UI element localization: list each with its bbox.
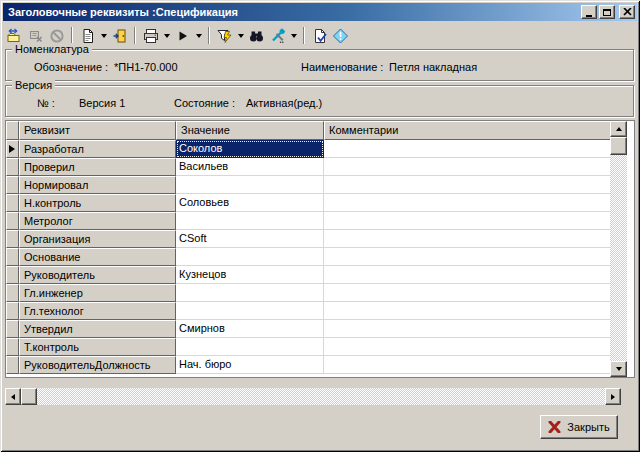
close-button[interactable]: Закрыть bbox=[540, 415, 618, 439]
window-controls bbox=[581, 5, 637, 19]
document-dropdown[interactable] bbox=[98, 25, 109, 46]
titlebar[interactable]: Заголовочные реквизиты :Спецификация bbox=[3, 3, 637, 21]
version-number-value: Версия 1 bbox=[79, 97, 125, 109]
delete-icon bbox=[28, 28, 44, 44]
row-indicator-cell bbox=[6, 266, 19, 284]
attr-cell[interactable]: Гл.инженер bbox=[19, 284, 176, 302]
version-group-label: Версия bbox=[12, 79, 55, 91]
value-cell[interactable] bbox=[176, 284, 324, 302]
comment-cell[interactable] bbox=[324, 212, 611, 230]
find-icon bbox=[248, 28, 265, 44]
comment-cell[interactable] bbox=[324, 266, 611, 284]
version-state-value: Активная(ред.) bbox=[246, 97, 322, 109]
attr-cell[interactable]: РуководительДолжность bbox=[19, 356, 176, 374]
comment-cell[interactable] bbox=[324, 302, 611, 320]
requisites-grid: Реквизит Значение Комментарии Разработал… bbox=[5, 120, 635, 378]
value-cell[interactable]: CSoft bbox=[176, 230, 324, 248]
comment-cell[interactable] bbox=[324, 140, 611, 158]
run-icon bbox=[175, 28, 191, 44]
maximize-button[interactable] bbox=[599, 5, 615, 19]
table-row: Нормировал bbox=[6, 176, 634, 194]
vertical-scroll-thumb[interactable] bbox=[610, 137, 627, 155]
value-cell[interactable] bbox=[176, 302, 324, 320]
attr-cell[interactable]: Гл.технолог bbox=[19, 302, 176, 320]
comment-cell[interactable] bbox=[324, 230, 611, 248]
designation-value: *ПН1-70.000 bbox=[114, 61, 178, 73]
row-indicator-cell bbox=[6, 158, 19, 176]
attr-cell[interactable]: Проверил bbox=[19, 158, 176, 176]
table-row: Основание bbox=[6, 248, 634, 266]
attr-cell[interactable]: Нормировал bbox=[19, 176, 176, 194]
toolbar-separator bbox=[71, 27, 73, 44]
comment-cell[interactable] bbox=[324, 158, 611, 176]
comment-cell[interactable] bbox=[324, 320, 611, 338]
print-button[interactable] bbox=[140, 25, 161, 46]
print-icon bbox=[143, 28, 159, 44]
info-button[interactable] bbox=[330, 25, 351, 46]
verify-button[interactable] bbox=[309, 25, 330, 46]
attr-cell[interactable]: Метролог bbox=[19, 212, 176, 230]
comment-cell[interactable] bbox=[324, 194, 611, 212]
toolbar-separator bbox=[134, 27, 136, 44]
vertical-scroll-track[interactable] bbox=[610, 155, 627, 361]
print-dropdown[interactable] bbox=[161, 25, 172, 46]
close-icon bbox=[623, 8, 632, 16]
red-x-icon bbox=[548, 421, 561, 433]
filter-icon bbox=[216, 28, 233, 44]
comment-cell[interactable] bbox=[324, 176, 611, 194]
tools-dropdown[interactable] bbox=[288, 25, 299, 46]
filter-button[interactable] bbox=[214, 25, 235, 46]
attr-cell[interactable]: Руководитель bbox=[19, 266, 176, 284]
attr-cell[interactable]: Н.контроль bbox=[19, 194, 176, 212]
value-cell[interactable] bbox=[176, 176, 324, 194]
arrow-right-icon bbox=[611, 394, 618, 400]
attr-cell[interactable]: Т.контроль bbox=[19, 338, 176, 356]
horizontal-scroll-thumb[interactable] bbox=[21, 388, 37, 405]
minimize-button[interactable] bbox=[581, 5, 597, 19]
value-cell[interactable]: Соловьев bbox=[176, 194, 324, 212]
value-cell[interactable] bbox=[176, 212, 324, 230]
attr-cell[interactable]: Основание bbox=[19, 248, 176, 266]
grid-header-comment: Комментарии bbox=[324, 121, 611, 140]
table-row: Руководитель Кузнецов bbox=[6, 266, 634, 284]
comment-cell[interactable] bbox=[324, 248, 611, 266]
cancel-icon bbox=[49, 28, 65, 44]
attr-cell[interactable]: Утвердил bbox=[19, 320, 176, 338]
value-cell-selected[interactable]: Соколов bbox=[176, 140, 324, 158]
value-cell[interactable]: Нач. бюро bbox=[176, 356, 324, 374]
value-cell[interactable]: Смирнов bbox=[176, 320, 324, 338]
comment-cell[interactable] bbox=[324, 338, 611, 356]
comment-cell[interactable] bbox=[324, 284, 611, 302]
value-cell[interactable] bbox=[176, 338, 324, 356]
tools-button[interactable] bbox=[267, 25, 288, 46]
close-window-button[interactable] bbox=[619, 5, 635, 19]
version-group: Версия № : Версия 1 Состояние : Активная… bbox=[5, 85, 634, 117]
filter-dropdown[interactable] bbox=[235, 25, 246, 46]
table-row: Утвердил Смирнов bbox=[6, 320, 634, 338]
comment-cell[interactable] bbox=[324, 356, 611, 374]
verify-icon bbox=[311, 28, 329, 44]
run-button[interactable] bbox=[172, 25, 193, 46]
run-dropdown[interactable] bbox=[193, 25, 204, 46]
toolbar-separator bbox=[208, 27, 210, 44]
scroll-left-button[interactable] bbox=[5, 388, 21, 405]
scroll-up-button[interactable] bbox=[610, 121, 627, 137]
scroll-right-button[interactable] bbox=[605, 388, 621, 405]
horizontal-scrollbar[interactable] bbox=[5, 388, 621, 405]
value-cell[interactable]: Кузнецов bbox=[176, 266, 324, 284]
horizontal-scroll-track[interactable] bbox=[37, 388, 605, 405]
name-label: Наименование : bbox=[301, 61, 383, 73]
info-diamond-icon bbox=[332, 28, 349, 44]
toolbar-separator bbox=[303, 27, 305, 44]
grid-header-row: Реквизит Значение Комментарии bbox=[6, 121, 634, 140]
scroll-down-button[interactable] bbox=[610, 361, 627, 377]
attr-cell[interactable]: Организация bbox=[19, 230, 176, 248]
vertical-scrollbar[interactable] bbox=[610, 121, 627, 377]
attr-cell[interactable]: Разработал bbox=[19, 140, 176, 158]
table-row: Т.контроль bbox=[6, 338, 634, 356]
value-cell[interactable] bbox=[176, 248, 324, 266]
find-button[interactable] bbox=[246, 25, 267, 46]
value-cell[interactable]: Васильев bbox=[176, 158, 324, 176]
exit-button[interactable] bbox=[109, 25, 130, 46]
version-number-label: № : bbox=[37, 97, 55, 109]
